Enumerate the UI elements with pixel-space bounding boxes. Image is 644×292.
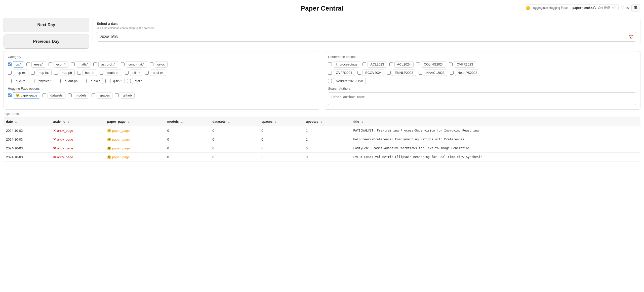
category-item-hepph[interactable]: hep-ph: [54, 70, 75, 76]
checkbox-physics[interactable]: [31, 79, 34, 83]
checkbox-hepth[interactable]: [77, 71, 81, 75]
author-search-input[interactable]: [328, 92, 636, 105]
category-item-math[interactable]: math.*: [71, 61, 91, 68]
col-header-spaces[interactable]: spaces ▲: [259, 117, 303, 126]
category-item-econ[interactable]: econ.*: [49, 61, 68, 68]
cell-paper-3[interactable]: 🤗paper_page: [105, 153, 165, 161]
cell-paper-1[interactable]: 🤗paper_page: [105, 135, 165, 144]
checkbox-grqc[interactable]: [150, 62, 153, 66]
category-item-cond[interactable]: cond-mat.*: [121, 61, 147, 68]
date-calendar-icon[interactable]: 📅: [629, 35, 634, 39]
conf-item-cvpr2023[interactable]: CVPR2023: [449, 61, 476, 68]
category-item-cs[interactable]: cs.*: [8, 61, 24, 68]
checkbox-cond[interactable]: [121, 62, 125, 66]
checkbox-nlin[interactable]: [125, 71, 129, 75]
heart-count: 15: [625, 6, 629, 10]
conf-item-coling2024[interactable]: COLING2024: [416, 61, 447, 68]
cell-spaces-0: 0: [259, 126, 303, 135]
arxiv-link-2[interactable]: ✖arxiv_page: [53, 146, 102, 150]
conf-item-neurips2023[interactable]: NeurIPS2023: [450, 70, 480, 76]
category-item-mathph[interactable]: math-ph: [100, 70, 122, 76]
cell-models-2: 0: [165, 144, 210, 153]
label-physics: physics.*: [36, 78, 54, 84]
category-item-astro[interactable]: astro-ph.*: [93, 61, 118, 68]
checkbox-hepph[interactable]: [54, 71, 58, 75]
hf-item-paperpage[interactable]: 🤗 paper-page: [8, 92, 40, 99]
cell-arxiv-2[interactable]: ✖arxiv_page: [51, 144, 105, 153]
hf-item-datasets[interactable]: datasets: [43, 92, 65, 99]
category-item-hepth[interactable]: hep-th: [77, 70, 97, 76]
hf-item-github[interactable]: github: [115, 92, 134, 99]
date-input[interactable]: [97, 32, 636, 42]
label-qfin: q-fin.*: [110, 78, 125, 84]
label-nuclth: nucl-th: [13, 78, 28, 84]
category-item-quantph[interactable]: quant-ph: [57, 78, 80, 84]
checkbox-cs[interactable]: [8, 62, 12, 66]
checkbox-eess[interactable]: [26, 62, 30, 66]
checkbox-quantph[interactable]: [57, 79, 61, 83]
calendar-button[interactable]: 🗓: [631, 4, 640, 11]
arxiv-link-1[interactable]: ✖arxiv_page: [53, 137, 102, 141]
arxiv-link-0[interactable]: ✖arxiv_page: [53, 128, 102, 133]
category-item-eess[interactable]: eess.*: [26, 61, 46, 68]
category-item-heplat[interactable]: hep-lat: [31, 70, 52, 76]
checkbox-math[interactable]: [71, 62, 75, 66]
col-header-arxiv_id[interactable]: arxiv_id ▲: [51, 117, 105, 126]
arxiv-link-3[interactable]: ✖arxiv_page: [53, 155, 102, 159]
category-item-nuclex[interactable]: nucl-ex: [145, 70, 166, 76]
paper-link-2[interactable]: 🤗paper_page: [107, 146, 162, 150]
col-header-title[interactable]: title ▲: [351, 117, 640, 126]
checkbox-nuclth[interactable]: [8, 79, 12, 83]
table-row: 2024-10-03✖arxiv_page🤗paper_page0001RATI…: [4, 126, 640, 135]
category-item-grqc[interactable]: gr-qc: [150, 61, 168, 68]
col-header-paper_page[interactable]: paper_page ▲: [105, 117, 165, 126]
cell-arxiv-3[interactable]: ✖arxiv_page: [51, 153, 105, 161]
category-item-qfin[interactable]: q-fin.*: [105, 78, 125, 84]
heart-count-badge[interactable]: ♡ 15: [621, 6, 629, 10]
conf-item-acl2023[interactable]: ACL2023: [363, 61, 387, 68]
checkbox-astro[interactable]: [93, 62, 97, 66]
cell-title-3: EVER: Exact Volumetric Ellipsoid Renderi…: [351, 153, 640, 161]
date-hint: Click the calendar icon to bring up the …: [97, 26, 636, 29]
conf-item-neurips2023db[interactable]: NeurIPS2023 D&B: [328, 78, 366, 84]
category-item-nuclth[interactable]: nucl-th: [8, 78, 28, 84]
col-header-models[interactable]: models ▲: [165, 117, 210, 126]
checkbox-hepex[interactable]: [8, 71, 12, 75]
conf-item-cvpr2024[interactable]: CVPR2024: [328, 70, 355, 76]
conference-row1: In proceedingsACL2023ACL2024COLING2024CV…: [328, 61, 636, 68]
hf-face-icon-1: 🤗: [107, 138, 111, 141]
category-item-stat[interactable]: stat.*: [127, 78, 145, 84]
checkbox-econ[interactable]: [49, 62, 52, 66]
next-day-button[interactable]: Next Day: [4, 18, 89, 32]
conf-item-eccv2024[interactable]: ECCV2024: [357, 70, 384, 76]
paper-link-1[interactable]: 🤗paper_page: [107, 138, 162, 141]
cell-arxiv-0[interactable]: ✖arxiv_page: [51, 126, 105, 135]
hf-item-spaces[interactable]: spaces: [92, 92, 112, 99]
paper-link-0[interactable]: 🤗paper_page: [107, 129, 162, 133]
col-header-datasets[interactable]: datasets ▲: [210, 117, 259, 126]
category-item-physics[interactable]: physics.*: [31, 78, 54, 84]
col-header-upvotes[interactable]: upvotes ▲: [303, 117, 351, 126]
cell-paper-0[interactable]: 🤗paper_page: [105, 126, 165, 135]
checkbox-stat[interactable]: [127, 79, 131, 83]
category-item-qbio[interactable]: q-bio.*: [83, 78, 103, 84]
hf-item-models[interactable]: models: [68, 92, 89, 99]
checkbox-mathph[interactable]: [100, 71, 103, 75]
category-item-nlin[interactable]: nlin.*: [125, 70, 143, 76]
conf-item-acl2024[interactable]: ACL2024: [389, 61, 414, 68]
category-item-hepex[interactable]: hep-ex: [8, 70, 28, 76]
conf-item-naacl2023[interactable]: NAACL2023: [419, 70, 447, 76]
label-stat: stat.*: [132, 78, 145, 84]
cell-paper-2[interactable]: 🤗paper_page: [105, 144, 165, 153]
col-header-date[interactable]: date ▲: [4, 117, 51, 126]
conf-item-inproc[interactable]: In proceedings: [328, 61, 360, 68]
conf-item-emnlp2023[interactable]: EMNLP2023: [387, 70, 416, 76]
paper-link-3[interactable]: 🤗paper_page: [107, 155, 162, 159]
checkbox-nuclex[interactable]: [145, 71, 149, 75]
checkbox-heplat[interactable]: [31, 71, 35, 75]
cell-arxiv-1[interactable]: ✖arxiv_page: [51, 135, 105, 144]
checkbox-qfin[interactable]: [105, 79, 109, 83]
category-checkboxes-row3: nucl-thphysics.*quant-phq-bio.*q-fin.*st…: [8, 78, 316, 84]
previous-day-button[interactable]: Previous Day: [4, 35, 89, 49]
checkbox-qbio[interactable]: [83, 79, 87, 83]
